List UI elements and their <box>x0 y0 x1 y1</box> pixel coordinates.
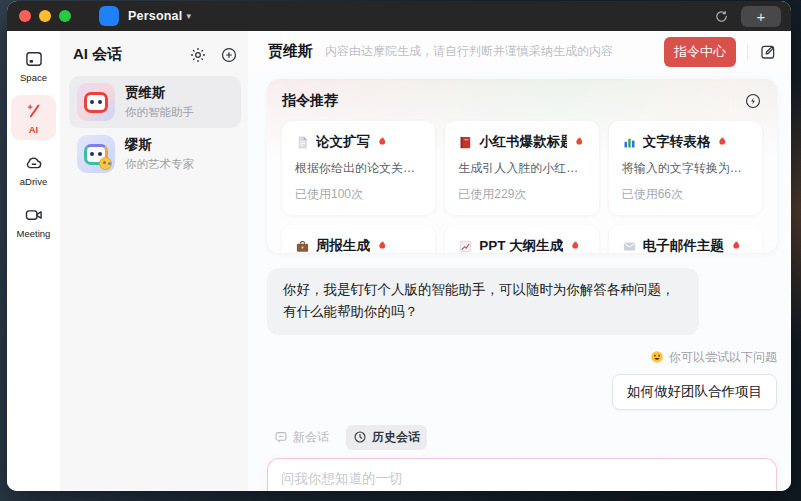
card-desc: 根据你给出的论文关键信息进行... <box>295 160 422 177</box>
try-questions-hint: 你可以尝试以下问题 <box>669 349 777 366</box>
chevron-down-icon: ▾ <box>186 11 191 21</box>
conversation-name: 缪斯 <box>125 136 194 154</box>
prompt-cards: 论文扩写 根据你给出的论文关键信息进行... 已使用100次 小红书爆款标题 <box>282 121 762 253</box>
envelope-icon <box>622 239 637 254</box>
card-title: 论文扩写 <box>316 133 370 151</box>
fire-icon <box>716 135 729 149</box>
fire-icon <box>376 135 389 149</box>
chat-title: 贾维斯 <box>268 42 313 61</box>
rail-label-adrive: aDrive <box>20 176 47 187</box>
cloud-drive-icon <box>24 153 44 173</box>
conversation-sidebar: AI 会话 贾维斯 你的智能助手 <box>60 31 248 491</box>
conversation-name: 贾维斯 <box>125 84 194 102</box>
card-title: 电子邮件主题 <box>643 237 724 253</box>
bar-chart-icon <box>622 135 637 150</box>
video-camera-icon <box>24 205 44 225</box>
conversation-item-muse[interactable]: 缪斯 你的艺术专家 <box>69 128 241 180</box>
card-desc: 将输入的文字转换为表格 <box>622 160 749 177</box>
new-tab-button[interactable]: + <box>741 6 781 27</box>
chat-header: 贾维斯 内容由达摩院生成，请自行判断并谨慎采纳生成的内容 指令中心 <box>248 31 791 72</box>
space-icon <box>24 49 44 69</box>
rail-label-space: Space <box>20 72 47 83</box>
prompt-card-email-subject[interactable]: 电子邮件主题 <box>609 225 762 253</box>
new-conversation-label: 新会话 <box>293 429 329 446</box>
palette-icon <box>99 157 112 170</box>
smiley-icon <box>650 350 664 364</box>
card-usage: 已使用229次 <box>458 186 585 203</box>
history-conversation-label: 历史会话 <box>372 429 420 446</box>
quick-flash-icon[interactable] <box>744 92 762 110</box>
briefcase-icon <box>295 239 310 254</box>
window-controls <box>19 10 71 22</box>
message-composer[interactable]: ↵ 发送 / ⌘ ↵ 换行 <box>267 458 777 491</box>
red-book-icon <box>458 135 473 150</box>
jarvis-avatar <box>77 83 115 121</box>
prompt-card-ppt-outline[interactable]: PPT 大纲生成 <box>445 225 598 253</box>
conversation-desc: 你的艺术专家 <box>125 157 194 172</box>
prompt-card-xiaohongshu-title[interactable]: 小红书爆款标题 生成引人入胜的小红书标题 已使用229次 <box>445 121 598 215</box>
app-rail: Space AI aDrive Meeting <box>7 31 60 491</box>
card-title: 文字转表格 <box>643 133 711 151</box>
ai-magic-pen-icon <box>24 101 44 121</box>
settings-gear-icon[interactable] <box>189 46 207 64</box>
card-title: 周报生成 <box>316 237 370 253</box>
rail-item-ai[interactable]: AI <box>11 95 56 140</box>
prompt-card-weekly-report[interactable]: 周报生成 <box>282 225 435 253</box>
chat-scroll-area[interactable]: 指令推荐 论文扩写 根据你给出的论文关键信息进行... <box>248 72 791 491</box>
rail-label-meeting: Meeting <box>17 228 51 239</box>
conversation-desc: 你的智能助手 <box>125 105 194 120</box>
refresh-icon[interactable] <box>714 9 729 24</box>
divider <box>747 44 748 60</box>
panel-title: 指令推荐 <box>282 92 744 110</box>
card-desc: 生成引人入胜的小红书标题 <box>458 160 585 177</box>
zoom-window-button[interactable] <box>59 10 71 22</box>
card-title: 小红书爆款标题 <box>479 133 566 151</box>
prompt-card-paper-expand[interactable]: 论文扩写 根据你给出的论文关键信息进行... 已使用100次 <box>282 121 435 215</box>
prompt-recommendation-panel: 指令推荐 论文扩写 根据你给出的论文关键信息进行... <box>267 79 777 253</box>
rail-item-adrive[interactable]: aDrive <box>11 147 56 192</box>
new-conversation-plus-icon[interactable] <box>220 46 238 64</box>
new-conversation-tab[interactable]: 新会话 <box>267 425 336 450</box>
sidebar-title: AI 会话 <box>73 45 189 64</box>
suggested-question-button[interactable]: 如何做好团队合作项目 <box>612 374 777 410</box>
rail-item-space[interactable]: Space <box>11 43 56 88</box>
chat-bubble-icon <box>274 430 288 444</box>
ai-disclaimer: 内容由达摩院生成，请自行判断并谨慎采纳生成的内容 <box>325 43 664 60</box>
rail-item-meeting[interactable]: Meeting <box>11 199 56 244</box>
close-window-button[interactable] <box>19 10 31 22</box>
document-icon <box>295 135 310 150</box>
prompt-card-text-to-table[interactable]: 文字转表格 将输入的文字转换为表格 已使用66次 <box>609 121 762 215</box>
muse-avatar <box>77 135 115 173</box>
history-clock-icon <box>353 430 367 444</box>
titlebar: Personal ▾ + <box>7 1 791 31</box>
line-chart-icon <box>458 239 473 254</box>
conversation-item-jarvis[interactable]: 贾维斯 你的智能助手 <box>69 76 241 128</box>
app-logo-icon <box>99 6 119 26</box>
workspace-menu[interactable]: Personal <box>128 9 182 23</box>
command-center-button[interactable]: 指令中心 <box>664 37 736 67</box>
fire-icon <box>573 135 586 149</box>
card-usage: 已使用100次 <box>295 186 422 203</box>
card-usage: 已使用66次 <box>622 186 749 203</box>
compose-edit-icon[interactable] <box>759 43 777 61</box>
main-panel: 贾维斯 内容由达摩院生成，请自行判断并谨慎采纳生成的内容 指令中心 指令推荐 <box>248 31 791 491</box>
fire-icon <box>569 239 582 253</box>
rail-label-ai: AI <box>29 124 39 135</box>
card-title: PPT 大纲生成 <box>479 237 563 253</box>
history-conversation-tab[interactable]: 历史会话 <box>346 425 427 450</box>
assistant-message-bubble: 你好，我是钉钉个人版的智能助手，可以随时为你解答各种问题，有什么能帮助你的吗？ <box>267 268 699 335</box>
minimize-window-button[interactable] <box>39 10 51 22</box>
app-window: Personal ▾ + Space AI aDrive Meeting <box>7 1 791 491</box>
fire-icon <box>730 239 743 253</box>
message-input[interactable] <box>281 470 763 491</box>
fire-icon <box>376 239 389 253</box>
